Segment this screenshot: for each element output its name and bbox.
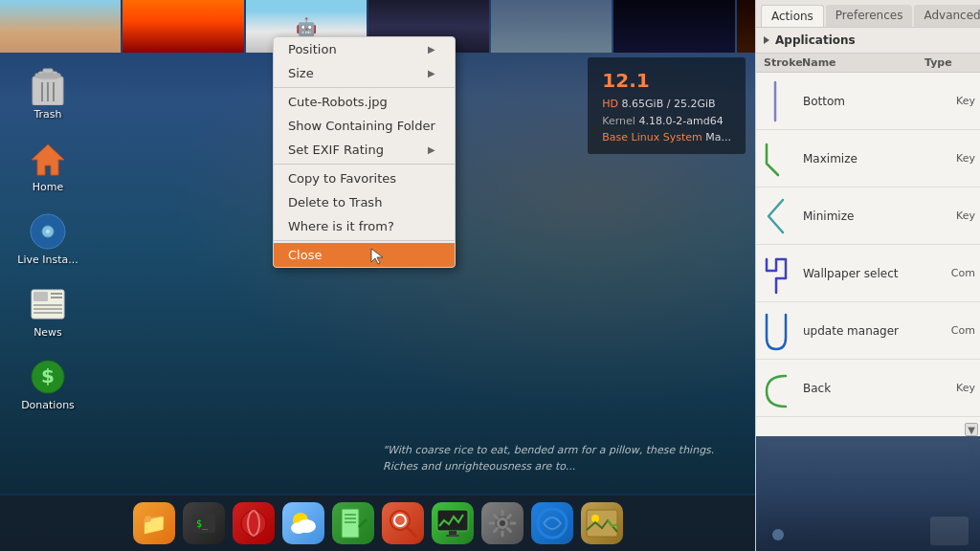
type-minimize: Key [932,209,980,222]
type-bottom: Key [932,95,980,107]
panel-row-wallpaper[interactable]: Wallpaper select Com [756,245,980,302]
name-wallpaper: Wallpaper select [799,265,932,282]
live-install-label: Live Insta... [17,253,78,266]
thumb-pyramids[interactable] [0,0,121,53]
taskbar-terminal[interactable]: $_ [183,502,225,544]
svg-point-49 [538,509,567,538]
trash-label: Trash [33,108,61,121]
stroke-maximize [756,132,794,185]
home-label: Home [33,181,63,193]
col-name: Name [802,56,924,69]
news-icon-desktop[interactable]: News [14,285,81,339]
stroke-bottom [756,75,794,127]
tab-actions[interactable]: Actions [761,5,824,27]
base-label: Base Linux System [602,131,702,143]
svg-line-46 [507,529,510,532]
menu-separator-3 [274,240,455,241]
live-install-icon-img [29,212,67,251]
context-menu: Position ▶ Size ▶ Cute-Robots.jpg Show C… [273,36,456,268]
arrow-icon: ▶ [428,44,435,55]
stroke-back [756,362,794,414]
stroke-minimize [756,189,794,242]
name-back: Back [799,380,932,397]
base-info: Base Linux System Ma... [602,129,731,146]
svg-point-27 [291,522,306,534]
taskbar-opera[interactable] [233,502,275,544]
svg-text:$: $ [41,364,55,387]
arrow-icon: ▶ [428,144,435,155]
hd-info: HD 8.65GiB / 25.2GiB [602,96,731,113]
taskbar-files[interactable]: 📁 [133,502,175,544]
donations-icon-desktop[interactable]: $ Donations [14,358,81,411]
hd-value: 8.65GiB / 25.2GiB [622,98,716,110]
svg-rect-2 [43,69,53,74]
taskbar-search[interactable] [382,502,424,544]
svg-line-45 [494,516,497,518]
menu-position[interactable]: Position ▶ [274,37,455,61]
panel-table-header: Stroke Name Type [756,54,980,73]
svg-rect-36 [437,510,468,531]
menu-copy-favorites[interactable]: Copy to Favorites [274,166,455,190]
svg-point-40 [500,520,505,526]
taskbar-settings[interactable] [481,502,523,544]
home-icon-desktop[interactable]: Home [14,140,81,193]
panel-preview [756,436,980,551]
trash-icon-img [29,67,67,105]
taskbar-weather[interactable] [282,502,324,544]
panel-row-minimize[interactable]: Minimize Key [756,187,980,245]
thumb-tiger-top[interactable] [491,0,612,53]
svg-point-23 [241,511,266,536]
panel-preview-inner [756,436,980,551]
live-install-icon-desktop[interactable]: Live Insta... [14,212,81,266]
name-bottom: Bottom [799,93,932,110]
menu-delete-trash[interactable]: Delete to Trash [274,190,455,214]
thumb-dark2[interactable] [613,0,734,53]
menu-where-from[interactable]: Where is it from? [274,214,455,238]
svg-rect-28 [342,509,359,538]
taskbar-wallpaper[interactable] [581,502,623,544]
tab-advanced[interactable]: Advanced [914,5,980,27]
panel-row-maximize[interactable]: Maximize Key [756,130,980,187]
svg-point-10 [46,230,50,233]
menu-close[interactable]: Close [274,243,455,267]
base-value: Ma... [705,131,731,143]
menu-size[interactable]: Size ▶ [274,61,455,85]
type-maximize: Key [932,152,980,165]
col-stroke: Stroke [764,56,802,69]
panel-row-update[interactable]: update manager Com [756,302,980,360]
taskbar-syncthing[interactable] [531,502,573,544]
menu-set-exif[interactable]: Set EXIF Rating ▶ [274,138,455,162]
type-update: Com [932,324,980,337]
svg-rect-6 [35,74,60,77]
panel-row-back[interactable]: Back Key [756,360,980,417]
svg-rect-50 [587,510,617,537]
col-type: Type [924,56,972,69]
trash-icon-desktop[interactable]: Trash [14,67,81,121]
panel-row-bottom[interactable]: Bottom Key [756,73,980,130]
section-label: Applications [775,33,856,47]
svg-line-47 [507,516,510,518]
svg-rect-37 [449,531,457,535]
home-icon-img [29,140,67,178]
menu-cute-robots[interactable]: Cute-Robots.jpg [274,90,455,114]
right-panel: Actions Preferences Advanced History App… [755,0,980,551]
taskbar-editor[interactable] [332,502,374,544]
svg-rect-38 [446,535,459,537]
menu-separator-2 [274,164,455,165]
menu-show-folder[interactable]: Show Containing Folder [274,114,455,138]
stroke-wallpaper [756,247,794,299]
svg-line-48 [494,529,497,532]
name-update: update manager [799,322,932,340]
kernel-info: Kernel 4.18.0-2-amd64 [602,113,731,130]
kernel-label: Kernel [602,115,635,127]
thumb-sunset[interactable] [122,0,243,53]
scroll-down-button[interactable]: ▼ [965,423,978,436]
cursor-icon [369,247,389,266]
tab-preferences[interactable]: Preferences [826,5,913,27]
os-version: 12.1 [602,65,731,96]
taskbar-monitor[interactable] [432,502,474,544]
panel-rows: Bottom Key Maximize Key Minimize Key [756,73,980,436]
expand-triangle-icon[interactable] [764,36,769,44]
svg-marker-20 [371,249,383,264]
news-label: News [33,326,62,339]
